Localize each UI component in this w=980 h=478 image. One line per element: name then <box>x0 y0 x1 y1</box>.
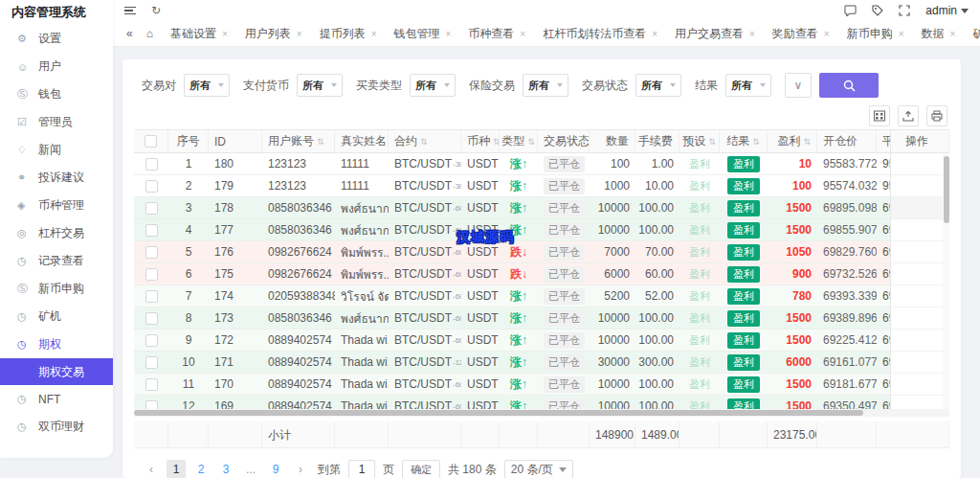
table-row[interactable]: 717402059388348วิโรจน์ จัด...BTC/USDT-60… <box>134 285 949 307</box>
goto-page-input[interactable] <box>348 460 375 478</box>
table-row[interactable]: 81730858036346พงศ์ธนากรBTC/USDT-60SUSDT涨… <box>134 307 949 330</box>
search-button[interactable] <box>819 73 879 98</box>
row-checkbox[interactable] <box>145 180 158 193</box>
sort-icon[interactable]: ⇅ <box>527 137 535 147</box>
sidebar-item[interactable]: Ⓢ新币申购 <box>0 275 113 303</box>
sort-icon[interactable]: ⇅ <box>803 137 811 147</box>
filter-select[interactable]: 所有 <box>297 74 343 97</box>
sidebar-item[interactable]: ◷期权 <box>0 330 113 358</box>
tag-icon[interactable] <box>872 5 883 16</box>
tab-close-icon[interactable]: × <box>371 29 377 39</box>
row-checkbox[interactable] <box>145 158 158 171</box>
table-row[interactable]: 101710889402574Thada wi...BTC/USDT-120SU… <box>134 352 949 374</box>
tab-close-icon[interactable]: × <box>222 29 228 39</box>
tab-close-icon[interactable]: × <box>652 29 657 39</box>
row-checkbox[interactable] <box>145 378 158 391</box>
table-row[interactable]: 111700889402574Thada wi...BTC/USDT-60SUS… <box>134 374 949 396</box>
row-checkbox[interactable] <box>145 290 158 303</box>
tab-item[interactable]: 用户交易查看× <box>667 23 763 45</box>
column-header-status[interactable]: 交易状态⇅ <box>538 130 590 152</box>
row-checkbox[interactable] <box>145 334 158 347</box>
sidebar-item[interactable]: ◷矿机 <box>0 303 113 330</box>
sidebar-item[interactable]: ☺用户 <box>0 53 113 80</box>
sidebar-item[interactable]: ◈币种管理 <box>0 192 113 219</box>
sidebar-item[interactable]: ◷双币理财 <box>0 413 113 441</box>
sidebar-item[interactable]: Ⓢ钱包 <box>0 80 113 108</box>
column-header-account[interactable]: 用户账号⇅ <box>262 130 335 152</box>
column-header-profit[interactable]: 盈利⇅ <box>768 130 817 152</box>
sort-icon[interactable]: ⇅ <box>420 137 428 147</box>
sidebar-item[interactable]: ☑管理员 <box>0 108 113 136</box>
refresh-icon[interactable]: ↻ <box>151 4 161 17</box>
tab-close-icon[interactable]: × <box>749 29 755 39</box>
sort-icon[interactable]: ⇅ <box>493 137 500 147</box>
message-icon[interactable] <box>844 5 857 16</box>
row-checkbox[interactable] <box>145 312 158 325</box>
page-arrow[interactable]: › <box>291 460 310 478</box>
filter-select[interactable]: 所有 <box>725 74 771 97</box>
column-header-result[interactable]: 结果⇅ <box>720 130 768 152</box>
table-row[interactable]: 118012312311111BTC/USDT-30SUSDT涨↑已平仓1001… <box>134 153 949 175</box>
goto-confirm-button[interactable]: 确定 <box>402 460 440 478</box>
tab-item[interactable]: 数据× <box>914 23 964 45</box>
columns-icon[interactable] <box>869 105 890 126</box>
tab-item[interactable]: 新币申购× <box>839 23 912 45</box>
column-header-id[interactable]: ID <box>209 130 262 152</box>
table-row[interactable]: 61750982676624พิมพ์พรร...BTC/USDT-60SUSD… <box>134 263 949 285</box>
table-row[interactable]: 31780858036346พงศ์ธนากรBTC/USDT-60SUSDT涨… <box>134 197 949 219</box>
filter-select[interactable]: 所有 <box>635 74 681 97</box>
filter-select[interactable]: 所有 <box>523 74 568 97</box>
tab-close-icon[interactable]: × <box>520 29 525 39</box>
collapse-menu-icon[interactable] <box>124 5 136 17</box>
tab-close-icon[interactable]: × <box>297 29 302 39</box>
sort-icon[interactable]: ⇅ <box>752 137 760 147</box>
table-row[interactable]: 51760982676624พิมพ์พรร...BTC/USDT-60SUSD… <box>134 241 949 263</box>
column-header-name[interactable]: 真实姓名 <box>335 130 389 152</box>
tab-item[interactable]: 奖励查看× <box>765 23 837 45</box>
vertical-scrollbar[interactable] <box>943 153 949 409</box>
column-header-check[interactable] <box>134 130 168 152</box>
home-tab-icon[interactable]: ⌂ <box>143 27 157 40</box>
page-arrow[interactable]: ‹ <box>142 460 161 478</box>
column-header-open[interactable]: 开仓价 <box>817 130 877 152</box>
print-icon[interactable] <box>926 105 947 126</box>
column-header-coin[interactable]: 币种⇅ <box>461 130 500 152</box>
tab-close-icon[interactable]: × <box>824 29 830 39</box>
tab-item[interactable]: 钱包管理× <box>386 23 458 45</box>
row-checkbox[interactable] <box>145 268 158 281</box>
row-checkbox[interactable] <box>145 224 158 237</box>
page-number[interactable]: 9 <box>266 460 285 478</box>
row-checkbox[interactable] <box>145 356 158 369</box>
page-number[interactable]: 3 <box>216 460 235 478</box>
row-checkbox[interactable] <box>145 202 158 215</box>
filter-select[interactable]: 所有 <box>184 74 230 97</box>
tab-close-icon[interactable]: × <box>950 29 956 39</box>
column-header-seq[interactable]: 序号 <box>168 130 209 152</box>
table-row[interactable]: 217912312311111BTC/USDT-30SUSDT涨↑已平仓1000… <box>134 175 949 197</box>
tab-close-icon[interactable]: × <box>445 29 451 39</box>
select-all-checkbox[interactable] <box>145 135 157 148</box>
table-row[interactable]: 41770858036346พงศ์ธนากรBTC/USDT-60SUSDT涨… <box>134 219 949 241</box>
sidebar-item[interactable]: ◷NFT <box>0 385 113 413</box>
sidebar-subitem[interactable]: 期权交易 <box>0 358 113 385</box>
sidebar-item[interactable]: ◷记录查看 <box>0 247 113 275</box>
column-header-qty[interactable]: 数量 <box>590 130 635 152</box>
tab-item[interactable]: 矿机列表× <box>965 23 980 45</box>
tab-item[interactable]: 提币列表× <box>312 23 385 45</box>
sidebar-item[interactable]: ⚙设置 <box>0 25 113 53</box>
page-number[interactable]: 2 <box>191 460 211 478</box>
column-header-type[interactable]: 类型⇅ <box>500 130 538 152</box>
sidebar-item[interactable]: ◎杠杆交易 <box>0 219 113 247</box>
sort-icon[interactable]: ⇅ <box>708 137 716 147</box>
row-checkbox[interactable] <box>145 246 158 259</box>
export-icon[interactable] <box>898 105 919 126</box>
tabs-scroll-left-icon[interactable]: « <box>122 27 137 40</box>
sort-icon[interactable]: ⇅ <box>317 137 324 147</box>
user-menu[interactable]: admin <box>925 4 969 17</box>
tab-item[interactable]: 基础设置× <box>163 23 235 45</box>
sidebar-item[interactable]: ♢新闻 <box>0 136 113 164</box>
tab-item[interactable]: 用户列表× <box>237 23 310 45</box>
horizontal-scrollbar[interactable] <box>134 409 949 417</box>
filter-expand-button[interactable]: ∨ <box>785 73 812 98</box>
table-row[interactable]: 91720889402574Thada wi...BTC/USDT-60SUSD… <box>134 330 949 352</box>
